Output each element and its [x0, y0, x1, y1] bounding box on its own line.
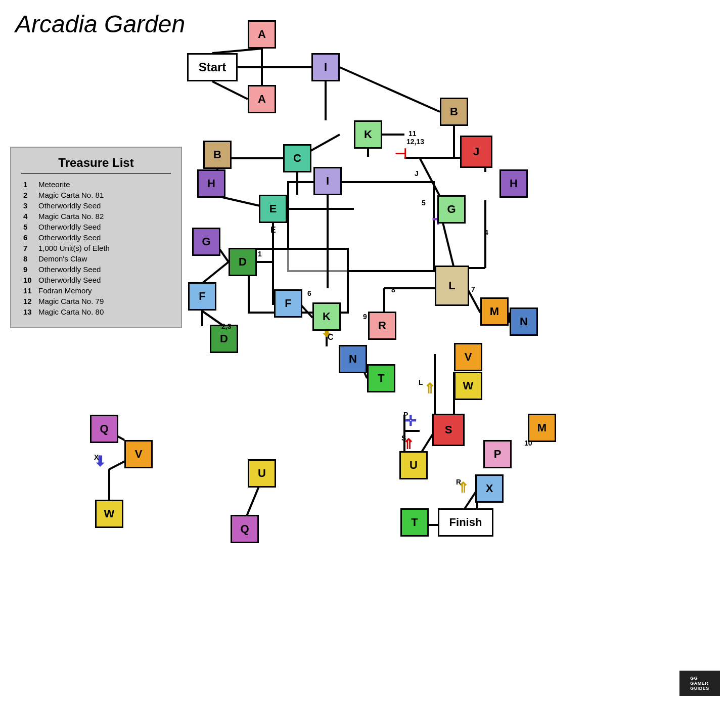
- node-L1: L: [435, 266, 469, 306]
- node-N2: N: [510, 307, 538, 336]
- list-item: 13Magic Carta No. 80: [21, 306, 171, 317]
- label-J: J: [415, 169, 419, 178]
- label-10: 10: [524, 439, 532, 447]
- node-G2: G: [437, 195, 466, 224]
- list-item: 1Meteorite: [21, 179, 171, 190]
- arrow-up-gold-L: ⇑: [424, 380, 435, 397]
- label-7: 7: [471, 285, 475, 293]
- label-11: 11: [408, 129, 417, 138]
- label-9: 9: [363, 313, 367, 321]
- node-A1: A: [248, 20, 276, 49]
- svg-line-48: [420, 158, 440, 196]
- node-M2: M: [528, 414, 556, 442]
- node-W2: W: [95, 500, 123, 528]
- list-item: 8Demon's Claw: [21, 253, 171, 264]
- node-H2: H: [499, 169, 528, 198]
- node-C1: C: [283, 144, 311, 172]
- label-L: L: [419, 378, 423, 386]
- list-item: 6Otherworldly Seed: [21, 232, 171, 243]
- node-F1: F: [188, 282, 216, 311]
- page-title: Arcadia Garden: [15, 10, 185, 38]
- label-5: 5: [422, 199, 426, 207]
- node-M1: M: [480, 297, 509, 326]
- node-S1: S: [432, 414, 465, 446]
- node-V1: V: [454, 343, 482, 371]
- treasure-table: 1Meteorite 2Magic Carta No. 81 3Otherwor…: [21, 179, 171, 317]
- node-Q1: Q: [90, 415, 118, 443]
- node-X1: X: [475, 474, 504, 503]
- node-P1: P: [483, 440, 512, 468]
- list-item: 9Otherworldly Seed: [21, 264, 171, 275]
- list-item: 11Fodran Memory: [21, 285, 171, 296]
- label-E: E: [270, 226, 276, 235]
- map-area: Arcadia Garden: [0, 0, 728, 704]
- node-F2: F: [274, 289, 302, 318]
- node-finish: Finish: [438, 508, 493, 537]
- svg-line-23: [202, 262, 229, 283]
- list-item: 3Otherworldly Seed: [21, 200, 171, 211]
- room-area-1: [287, 181, 435, 272]
- treasure-list: Treasure List 1Meteorite 2Magic Carta No…: [10, 147, 182, 328]
- label-2-3: 2,3: [221, 322, 231, 330]
- list-item: 71,000 Unit(s) of Eleth: [21, 243, 171, 253]
- svg-line-0: [212, 49, 262, 53]
- arrow-blocked-red: ⊣: [394, 146, 406, 162]
- node-start: Start: [187, 53, 238, 81]
- node-Q2: Q: [231, 515, 259, 543]
- node-I2: I: [313, 167, 342, 195]
- node-U1: U: [399, 451, 428, 479]
- node-R1: R: [368, 312, 396, 340]
- list-item: 12Magic Carta No. 79: [21, 296, 171, 306]
- gamerguides-logo: GGGAMERGUIDES: [679, 671, 720, 696]
- node-D1: D: [229, 248, 257, 276]
- node-B2: B: [203, 141, 232, 169]
- treasure-list-heading: Treasure List: [21, 156, 171, 174]
- node-K1: K: [354, 120, 382, 149]
- node-K2: K: [312, 302, 341, 331]
- node-I1: I: [311, 53, 340, 81]
- label-C: C: [328, 333, 334, 342]
- node-T2: T: [400, 508, 429, 537]
- node-V2: V: [124, 440, 153, 468]
- label-1: 1: [258, 250, 262, 258]
- label-6: 6: [307, 289, 311, 297]
- svg-line-5: [340, 67, 440, 112]
- list-item: 10Otherworldly Seed: [21, 275, 171, 285]
- node-G1: G: [192, 228, 220, 256]
- node-A2: A: [248, 85, 276, 113]
- label-12-13: 12,13: [406, 138, 424, 146]
- label-S: S: [401, 434, 406, 442]
- label-X: X: [94, 453, 99, 461]
- label-4: 4: [484, 229, 488, 237]
- node-T1: T: [367, 364, 395, 392]
- node-J1: J: [460, 136, 492, 168]
- svg-line-27: [202, 311, 224, 326]
- label-R: R: [456, 478, 461, 486]
- list-item: 4Magic Carta No. 82: [21, 211, 171, 222]
- svg-line-1: [212, 81, 248, 99]
- node-E1: E: [259, 195, 287, 223]
- list-item: 5Otherworldly Seed: [21, 222, 171, 232]
- label-8: 8: [391, 286, 395, 294]
- node-W1: W: [454, 372, 482, 400]
- list-item: 2Magic Carta No. 81: [21, 190, 171, 200]
- node-H1: H: [197, 169, 225, 198]
- node-N1: N: [339, 345, 367, 373]
- label-P: P: [403, 411, 408, 419]
- node-U2: U: [248, 459, 276, 488]
- node-B1: B: [440, 98, 468, 126]
